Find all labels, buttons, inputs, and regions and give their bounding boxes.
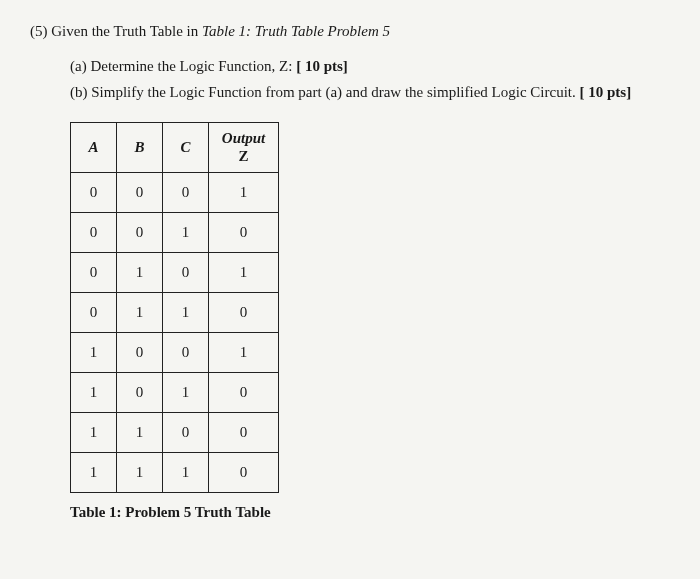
cell-B: 0 xyxy=(117,372,163,412)
cell-Z: 0 xyxy=(209,292,279,332)
cell-C: 0 xyxy=(163,412,209,452)
cell-Z: 1 xyxy=(209,172,279,212)
cell-C: 0 xyxy=(163,252,209,292)
truth-table: A B C Output Z 0 0 0 1 0 0 1 0 0 1 0 1 xyxy=(70,122,279,493)
part-b-points: [ 10 pts] xyxy=(579,84,631,100)
cell-Z: 0 xyxy=(209,412,279,452)
cell-C: 1 xyxy=(163,212,209,252)
cell-A: 1 xyxy=(71,452,117,492)
output-z: Z xyxy=(210,147,277,165)
cell-A: 0 xyxy=(71,172,117,212)
cell-A: 1 xyxy=(71,332,117,372)
problem-statement: (5) Given the Truth Table in Table 1: Tr… xyxy=(30,20,670,43)
cell-B: 1 xyxy=(117,292,163,332)
table-row: 1 1 1 0 xyxy=(71,452,279,492)
cell-A: 1 xyxy=(71,372,117,412)
table-row: 1 1 0 0 xyxy=(71,412,279,452)
cell-A: 0 xyxy=(71,212,117,252)
cell-C: 1 xyxy=(163,292,209,332)
problem-number: (5) xyxy=(30,23,48,39)
table-row: 1 0 1 0 xyxy=(71,372,279,412)
col-header-B: B xyxy=(117,122,163,172)
table-header-row: A B C Output Z xyxy=(71,122,279,172)
part-b-label: (b) xyxy=(70,84,88,100)
table-caption: Table 1: Problem 5 Truth Table xyxy=(70,501,670,524)
cell-C: 1 xyxy=(163,372,209,412)
cell-B: 0 xyxy=(117,172,163,212)
cell-Z: 1 xyxy=(209,332,279,372)
subparts: (a) Determine the Logic Function, Z: [ 1… xyxy=(70,55,670,104)
col-header-C: C xyxy=(163,122,209,172)
part-b-text: Simplify the Logic Function from part (a… xyxy=(91,84,579,100)
part-b: (b) Simplify the Logic Function from par… xyxy=(70,81,670,104)
output-label: Output xyxy=(222,130,265,146)
table-row: 0 1 0 1 xyxy=(71,252,279,292)
col-header-output: Output Z xyxy=(209,122,279,172)
cell-C: 0 xyxy=(163,172,209,212)
cell-B: 0 xyxy=(117,212,163,252)
cell-B: 0 xyxy=(117,332,163,372)
problem-intro-text: Given the Truth Table in xyxy=(51,23,202,39)
cell-Z: 0 xyxy=(209,372,279,412)
col-header-A: A xyxy=(71,122,117,172)
cell-C: 1 xyxy=(163,452,209,492)
table-row: 1 0 0 1 xyxy=(71,332,279,372)
cell-B: 1 xyxy=(117,452,163,492)
cell-C: 0 xyxy=(163,332,209,372)
table-row: 0 0 0 1 xyxy=(71,172,279,212)
table-row: 0 0 1 0 xyxy=(71,212,279,252)
part-a-points: [ 10 pts] xyxy=(296,58,348,74)
part-a-label: (a) xyxy=(70,58,87,74)
table-row: 0 1 1 0 xyxy=(71,292,279,332)
problem-table-ref: Table 1: Truth Table Problem 5 xyxy=(202,23,390,39)
cell-A: 0 xyxy=(71,252,117,292)
part-a-text: Determine the Logic Function, Z: xyxy=(90,58,296,74)
cell-Z: 0 xyxy=(209,452,279,492)
cell-A: 0 xyxy=(71,292,117,332)
cell-Z: 1 xyxy=(209,252,279,292)
part-a: (a) Determine the Logic Function, Z: [ 1… xyxy=(70,55,670,78)
cell-B: 1 xyxy=(117,412,163,452)
cell-Z: 0 xyxy=(209,212,279,252)
cell-A: 1 xyxy=(71,412,117,452)
cell-B: 1 xyxy=(117,252,163,292)
